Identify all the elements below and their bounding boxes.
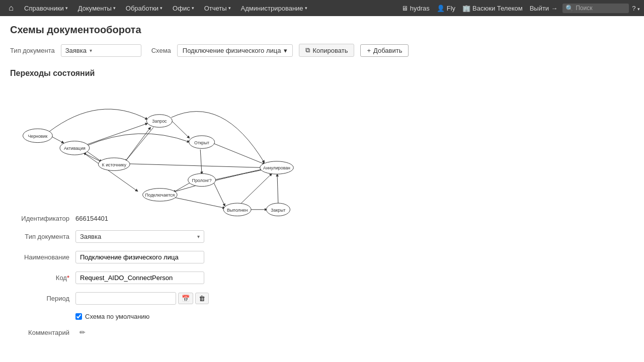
- comment-row: Комментарий ✏: [10, 328, 634, 336]
- company-item[interactable]: 🏢 Васюки Телеком: [460, 5, 525, 12]
- calendar-button[interactable]: 📅: [178, 293, 193, 304]
- copy-icon: ⧉: [305, 46, 310, 54]
- search-icon: 🔍: [566, 5, 574, 12]
- doc-type-select[interactable]: Заявка ▾: [61, 44, 141, 57]
- copy-button[interactable]: ⧉ Копировать: [299, 44, 354, 57]
- caret-icon: ▾: [192, 6, 194, 11]
- navbar: ⌂ Справочники ▾ Документы ▾ Обработки ▾ …: [0, 0, 644, 16]
- section-title: Переходы состояний: [10, 69, 634, 78]
- svg-text:Закрыт: Закрыт: [271, 208, 285, 213]
- id-label: Идентификатор: [10, 215, 75, 222]
- user-item[interactable]: 👤 Fly: [435, 5, 457, 12]
- schema-select[interactable]: Подключение физического лица ▾: [177, 44, 293, 57]
- nav-item-отчеты[interactable]: Отчеты ▾: [200, 0, 235, 16]
- search-box: 🔍: [562, 4, 629, 13]
- svg-line-17: [277, 174, 278, 205]
- svg-text:Активация: Активация: [64, 146, 86, 151]
- name-input[interactable]: [75, 251, 204, 263]
- svg-line-10: [127, 164, 265, 168]
- schema-label: Схема: [151, 47, 171, 54]
- default-schema-checkbox[interactable]: [75, 313, 82, 320]
- logout-button[interactable]: Выйти →: [528, 5, 560, 12]
- svg-text:Подключается: Подключается: [145, 193, 175, 198]
- period-input[interactable]: [75, 292, 176, 305]
- svg-line-5: [125, 127, 153, 162]
- svg-line-12: [214, 168, 265, 180]
- home-button[interactable]: ⌂: [4, 1, 18, 15]
- form-doc-type-label: Тип документа: [10, 233, 75, 240]
- default-schema-label: Схема по умолчанию: [85, 313, 149, 320]
- svg-text:Запрос: Запрос: [152, 119, 167, 124]
- state-diagram: Черновик Активация Запрос Открыт К источ…: [10, 84, 302, 205]
- server-icon: 🖥: [401, 5, 408, 12]
- svg-line-1: [87, 123, 147, 144]
- svg-text:Выполнен: Выполнен: [227, 208, 248, 213]
- server-item[interactable]: 🖥 hydras: [399, 5, 432, 12]
- svg-line-14: [173, 197, 225, 208]
- schema-caret-icon: ▾: [284, 47, 287, 54]
- doc-type-label: Тип документа: [10, 47, 55, 54]
- page-title: Схемы документооборота: [10, 24, 634, 36]
- doc-type-row: Тип документа Заявка ▾: [10, 230, 634, 243]
- caret-icon: ▾: [160, 6, 163, 11]
- svg-text:Пролонг?: Пролонг?: [192, 178, 212, 183]
- period-label: Период: [10, 295, 75, 302]
- svg-line-11: [173, 183, 190, 193]
- add-icon: +: [367, 47, 371, 54]
- form-doc-type-select[interactable]: Заявка ▾: [75, 230, 204, 243]
- default-schema-row: Схема по умолчанию: [75, 313, 634, 320]
- svg-line-16: [238, 173, 272, 206]
- code-label: Код: [10, 274, 75, 282]
- svg-line-13: [214, 183, 225, 206]
- code-input[interactable]: [75, 272, 204, 284]
- svg-text:Черновик: Черновик: [28, 134, 47, 139]
- code-row: Код: [10, 272, 634, 284]
- page-content: Схемы документооборота Тип документа Зая…: [0, 16, 644, 352]
- nav-item-документы[interactable]: Документы ▾: [74, 0, 120, 16]
- search-input[interactable]: [576, 5, 626, 12]
- period-controls: 📅 🗑: [75, 292, 209, 305]
- svg-line-7: [213, 143, 265, 164]
- form-doc-type-caret-icon: ▾: [197, 234, 200, 239]
- trash-icon: 🗑: [199, 295, 205, 302]
- id-row: Идентификатор 666154401: [10, 215, 634, 222]
- svg-text:Открыт: Открыт: [194, 140, 209, 145]
- add-button[interactable]: + Добавить: [360, 44, 409, 57]
- nav-item-справочники[interactable]: Справочники ▾: [20, 0, 72, 16]
- svg-line-8: [125, 127, 150, 162]
- id-value: 666154401: [75, 215, 108, 222]
- caret-icon: ▾: [65, 6, 68, 11]
- nav-item-обработки[interactable]: Обработки ▾: [122, 0, 167, 16]
- svg-text:К источнику: К источнику: [102, 162, 127, 167]
- nav-item-администрирование[interactable]: Администрирование ▾: [237, 0, 311, 16]
- caret-icon: ▾: [305, 6, 307, 11]
- calendar-icon: 📅: [182, 295, 190, 302]
- comment-edit-icon[interactable]: ✏: [79, 328, 86, 336]
- nav-item-офис[interactable]: Офис ▾: [169, 0, 198, 16]
- logout-icon: →: [551, 5, 557, 12]
- caret-icon: ▾: [228, 6, 231, 11]
- toolbar: Тип документа Заявка ▾ Схема Подключение…: [10, 44, 634, 57]
- svg-line-4: [172, 121, 189, 138]
- svg-text:Аннулирован: Аннулирован: [263, 165, 290, 170]
- name-label: Наименование: [10, 253, 75, 261]
- name-row: Наименование: [10, 251, 634, 263]
- caret-icon: ▾: [113, 6, 116, 11]
- user-icon: 👤: [437, 5, 445, 12]
- clear-period-button[interactable]: 🗑: [195, 293, 209, 304]
- doc-type-caret-icon: ▾: [90, 48, 92, 53]
- period-row: Период 📅 🗑: [10, 292, 634, 305]
- help-button[interactable]: ? ▾: [632, 5, 640, 12]
- comment-label: Комментарий: [10, 329, 75, 336]
- company-icon: 🏢: [462, 5, 470, 12]
- svg-line-6: [200, 149, 202, 174]
- help-caret-icon: ▾: [637, 7, 640, 12]
